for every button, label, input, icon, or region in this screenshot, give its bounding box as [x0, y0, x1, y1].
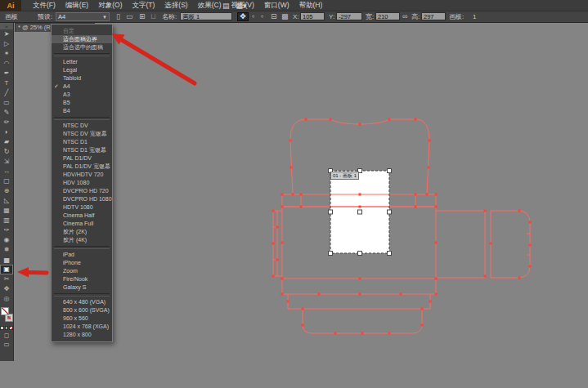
tools-panel-header[interactable]: » — [0, 23, 13, 29]
preset-menu-item[interactable]: PAL D1/DV 宽银幕 — [52, 163, 112, 171]
y-field[interactable]: -297 mm — [336, 12, 362, 20]
rectangle-tool[interactable]: ▭ — [0, 98, 13, 108]
preset-menu-item[interactable]: 胶片 (2K) — [52, 228, 112, 236]
menubar-item[interactable]: 对象(O) — [93, 1, 127, 11]
column-graph-tool[interactable]: ▅ — [0, 255, 13, 265]
preset-menu-item[interactable]: B4 — [52, 107, 112, 115]
preset-menu-item[interactable]: 960 x 560 — [52, 314, 112, 323]
gradient-mode-icon[interactable] — [5, 326, 9, 330]
preset-menu-item[interactable]: 1280 x 800 — [52, 331, 112, 339]
artboard-name-field[interactable]: 画板 1 — [180, 12, 232, 20]
preset-menu-item[interactable]: HDV 1080 — [52, 179, 112, 187]
grid-presets-icon[interactable]: ▩ — [281, 12, 289, 21]
fill-swatch[interactable] — [1, 307, 9, 315]
selection-handles[interactable] — [329, 169, 392, 256]
preset-menu-item[interactable]: DVCPRO HD 720 — [52, 187, 112, 195]
height-field[interactable]: 297 mm — [421, 12, 446, 20]
shape-builder-tool[interactable]: ⊕ — [0, 186, 13, 196]
width-field[interactable]: 210 mm — [375, 12, 400, 20]
symbol-sprayer-tool[interactable]: ❅ — [0, 245, 13, 255]
arrange-documents-icon[interactable]: ▤ — [222, 2, 230, 10]
preset-menu-item[interactable] — [54, 117, 110, 120]
preset-menu-item[interactable]: Galaxy S — [52, 283, 112, 292]
preset-menu-item[interactable]: 640 x 480 (VGA) — [52, 298, 112, 306]
preset-menu-item[interactable] — [54, 293, 110, 297]
preset-menu-item[interactable]: A3 — [52, 91, 112, 99]
preset-menu-item[interactable]: 自定 — [52, 27, 112, 35]
hand-tool[interactable]: ✥ — [0, 284, 13, 294]
menubar-item[interactable]: 窗口(W) — [259, 1, 294, 11]
preset-menu-item[interactable]: 1024 x 768 (XGA) — [52, 323, 112, 331]
new-artboard-icon[interactable]: ⊞ — [139, 12, 146, 21]
width-tool[interactable]: ↔ — [0, 167, 13, 176]
option-icon-2[interactable]: ▫ — [261, 12, 263, 21]
preset-menu-item[interactable] — [54, 246, 110, 249]
line-segment-tool[interactable]: ╱ — [0, 88, 13, 98]
perspective-grid-tool[interactable]: ◺ — [0, 196, 13, 206]
menubar-item[interactable]: 选择(S) — [159, 1, 192, 11]
preset-menu-item[interactable]: B5 — [52, 99, 112, 107]
free-transform-tool[interactable]: ▢ — [0, 176, 13, 186]
preset-menu-item[interactable]: Letter — [52, 58, 112, 66]
color-mode-icon[interactable] — [0, 326, 4, 330]
preset-menu-item[interactable]: Legal — [52, 66, 112, 74]
preset-menu-item[interactable]: HDTV 1080 — [52, 203, 112, 212]
gradient-tool[interactable]: ▥ — [0, 216, 13, 225]
preset-menu-item[interactable] — [54, 53, 110, 56]
preset-menu-item[interactable]: 适合选中的图稿 — [52, 43, 112, 51]
artboard-tool[interactable]: ▣ — [0, 265, 13, 274]
lasso-tool[interactable]: ◠ — [0, 59, 13, 69]
menubar-item[interactable]: 文件(F) — [28, 1, 61, 11]
screen-mode-icon[interactable]: ▭ — [0, 340, 13, 349]
workspace-switcher-icon[interactable]: ▦▾ — [236, 2, 247, 10]
menubar-item[interactable]: 文字(T) — [127, 1, 159, 11]
scale-tool[interactable]: ⇲ — [0, 157, 13, 167]
preset-menu-item[interactable]: Tabloid — [52, 74, 112, 83]
preset-menu-item[interactable]: iPhone — [52, 259, 112, 267]
selection-tool[interactable]: ➤ — [0, 29, 13, 39]
preset-menu-item[interactable]: NTSC DV — [52, 122, 112, 130]
rotate-tool[interactable]: ↻ — [0, 147, 13, 157]
direct-selection-tool[interactable]: ▷ — [0, 39, 13, 49]
pen-tool[interactable]: ✒ — [0, 69, 13, 78]
preset-menu-item[interactable]: NTSC D1 — [52, 138, 112, 146]
blob-brush-tool[interactable]: ◗ — [0, 127, 13, 137]
preset-menu-item[interactable]: PAL D1/DV — [52, 154, 112, 163]
menubar-item[interactable]: 效果(C) — [193, 1, 227, 11]
magic-wand-tool[interactable]: ✶ — [0, 49, 13, 59]
pencil-tool[interactable]: ✏ — [0, 118, 13, 127]
preset-menu-item[interactable]: Cinema Full — [52, 220, 112, 228]
preset-menu-item[interactable]: DVCPRO HD 1080 — [52, 195, 112, 203]
preset-menu-item[interactable]: 适合图稿边界 — [52, 35, 112, 43]
preset-menu-item[interactable]: 胶片 (4K) — [52, 236, 112, 244]
preset-menu-item[interactable]: Zoom — [52, 267, 112, 275]
eraser-tool[interactable]: ▰ — [0, 137, 13, 147]
mesh-tool[interactable]: ▦ — [0, 206, 13, 216]
preset-menu-item[interactable]: iPad — [52, 251, 112, 259]
zoom-tool[interactable]: ◎ — [0, 294, 13, 304]
blend-tool[interactable]: ◉ — [0, 235, 13, 245]
eyedropper-tool[interactable]: ✑ — [0, 225, 13, 235]
none-mode-icon[interactable] — [9, 326, 13, 330]
preset-menu-item[interactable]: 800 x 600 (SVGA) — [52, 306, 112, 314]
preset-dropdown[interactable]: A4▼ — [56, 12, 110, 21]
draw-mode-icon[interactable]: ◻ — [0, 331, 13, 340]
x-field[interactable]: 105 mm — [300, 12, 325, 20]
paintbrush-tool[interactable]: ✎ — [0, 108, 13, 118]
slice-tool[interactable]: ✂ — [0, 274, 13, 284]
preset-menu-item[interactable]: Fire/Nook — [52, 275, 112, 283]
move-artwork-toggle-icon[interactable]: ✥ — [237, 12, 249, 21]
fill-stroke-indicator[interactable] — [0, 305, 13, 325]
preset-menu-item[interactable]: NTSC DV 宽银幕 — [52, 130, 112, 138]
portrait-orientation-icon[interactable]: ▯ — [116, 12, 120, 21]
menubar-item[interactable]: 编辑(E) — [61, 1, 93, 11]
type-tool[interactable]: T — [0, 78, 13, 88]
preset-menu-item[interactable]: Cinema Half — [52, 212, 112, 220]
preset-menu-item[interactable]: ✓ A4 — [52, 83, 112, 91]
menubar-item[interactable]: 帮助(H) — [294, 1, 328, 11]
constrain-proportions-icon[interactable]: ∞ — [402, 12, 407, 21]
preset-menu-item[interactable]: HDV/HDTV 720 — [52, 171, 112, 179]
artboard-options-menu-icon[interactable]: ⊟ — [271, 12, 277, 21]
delete-artboard-icon[interactable]: ⊔ — [150, 12, 156, 21]
landscape-orientation-icon[interactable]: ▭ — [126, 12, 133, 21]
